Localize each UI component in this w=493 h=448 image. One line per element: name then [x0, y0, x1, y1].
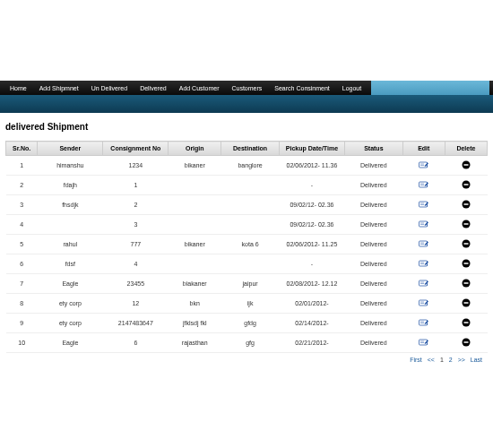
cell-srno: 1 [6, 156, 38, 176]
cell-destination: gfg [221, 333, 280, 353]
table-container: Sr.No. Sender Consignment No Origin Dest… [0, 141, 493, 353]
cell-origin [169, 254, 221, 274]
edit-icon[interactable] [419, 239, 429, 248]
cell-sender: fdajh [38, 176, 103, 195]
cell-consignment: 2147483647 [103, 314, 169, 333]
cell-origin [169, 215, 221, 235]
cell-destination: gfdg [221, 314, 280, 333]
edit-icon[interactable] [419, 200, 429, 209]
main-navbar: Home Add Shipmnet Un Delivered Delivered… [0, 81, 493, 95]
cell-srno: 8 [6, 294, 38, 314]
cell-delete [445, 254, 487, 274]
delete-icon[interactable] [462, 298, 471, 307]
svg-rect-2 [463, 164, 468, 166]
pager-page-2[interactable]: 2 [447, 357, 454, 363]
cell-srno: 9 [6, 314, 38, 333]
delete-icon[interactable] [462, 160, 471, 169]
col-consignment: Consignment No [103, 142, 169, 156]
edit-icon[interactable] [419, 279, 429, 288]
cell-consignment: 6 [103, 333, 169, 353]
cell-consignment: 2 [103, 195, 169, 215]
edit-icon[interactable] [419, 220, 429, 228]
table-row: 6fdsf4-Delivered [6, 254, 488, 274]
cell-consignment: 1234 [103, 156, 169, 176]
cell-edit [402, 195, 445, 215]
pager-page-1[interactable]: 1 [438, 357, 445, 363]
edit-icon[interactable] [419, 160, 429, 169]
nav-delivered[interactable]: Delivered [134, 85, 173, 91]
nav-home[interactable]: Home [4, 85, 33, 91]
cell-datetime: 02/14/2012- [279, 314, 344, 333]
nav-undelivered[interactable]: Un Delivered [85, 85, 134, 91]
cell-sender: himanshu [38, 156, 103, 176]
top-spacer [0, 0, 493, 81]
cell-edit [402, 274, 445, 294]
table-row: 5rahul777bikanerkota 602/06/2012- 11.25D… [6, 235, 488, 254]
col-edit: Edit [402, 142, 445, 156]
delete-icon[interactable] [462, 318, 471, 327]
delete-icon[interactable] [462, 180, 471, 189]
cell-datetime: 02/21/2012- [279, 333, 344, 353]
cell-destination [221, 195, 280, 215]
col-sender: Sender [38, 142, 103, 156]
cell-srno: 6 [6, 254, 38, 274]
shipment-table: Sr.No. Sender Consignment No Origin Dest… [5, 141, 488, 353]
cell-datetime: 09/02/12- 02.36 [279, 215, 344, 235]
cell-delete [445, 274, 487, 294]
delete-icon[interactable] [462, 338, 471, 347]
cell-srno: 3 [6, 195, 38, 215]
cell-destination [221, 176, 280, 195]
cell-status: Delivered [344, 215, 402, 235]
table-row: 10Eagle6rajasthangfg02/21/2012-Delivered [6, 333, 488, 353]
svg-rect-29 [463, 341, 468, 343]
table-header-row: Sr.No. Sender Consignment No Origin Dest… [6, 142, 488, 156]
page-title: delivered Shipment [0, 113, 493, 141]
edit-icon[interactable] [419, 338, 429, 347]
edit-icon[interactable] [419, 318, 429, 327]
cell-delete [445, 156, 487, 176]
col-delete: Delete [445, 142, 487, 156]
delete-icon[interactable] [462, 279, 471, 288]
cell-status: Delivered [344, 294, 402, 314]
cell-delete [445, 235, 487, 254]
cell-status: Delivered [344, 176, 402, 195]
pager-first[interactable]: First [408, 357, 424, 363]
cell-edit [402, 294, 445, 314]
delete-icon[interactable] [462, 239, 471, 248]
delete-icon[interactable] [462, 220, 471, 228]
edit-icon[interactable] [419, 298, 429, 307]
edit-icon[interactable] [419, 259, 429, 268]
cell-datetime: - [279, 254, 344, 274]
cell-delete [445, 176, 487, 195]
cell-origin: jfklsdj fkl [169, 314, 221, 333]
pager-last[interactable]: Last [469, 357, 484, 363]
edit-icon[interactable] [419, 180, 429, 189]
cell-delete [445, 215, 487, 235]
nav-add-customer[interactable]: Add Customer [173, 85, 226, 91]
cell-destination: banglore [221, 156, 280, 176]
cell-consignment: 3 [103, 215, 169, 235]
nav-customers[interactable]: Customers [225, 85, 268, 91]
pager-next[interactable]: >> [456, 357, 467, 363]
nav-add-shipment[interactable]: Add Shipmnet [33, 85, 85, 91]
cell-status: Delivered [344, 314, 402, 333]
col-status: Status [344, 142, 402, 156]
cell-origin [169, 195, 221, 215]
header-banner [0, 95, 493, 113]
cell-origin: bikaner [169, 235, 221, 254]
cell-sender [38, 215, 103, 235]
table-row: 3fhsdjk209/02/12- 02.36Delivered [6, 195, 488, 215]
nav-end-accent [371, 81, 489, 95]
col-srno: Sr.No. [6, 142, 38, 156]
cell-status: Delivered [344, 333, 402, 353]
delete-icon[interactable] [462, 200, 471, 209]
svg-rect-26 [463, 322, 468, 323]
nav-logout[interactable]: Logout [336, 85, 368, 91]
nav-search-consignment[interactable]: Search Consinment [268, 85, 335, 91]
cell-destination [221, 254, 280, 274]
delete-icon[interactable] [462, 259, 471, 268]
cell-origin: bkn [169, 294, 221, 314]
col-origin: Origin [169, 142, 221, 156]
cell-edit [402, 254, 445, 274]
pager-prev[interactable]: << [426, 357, 437, 363]
